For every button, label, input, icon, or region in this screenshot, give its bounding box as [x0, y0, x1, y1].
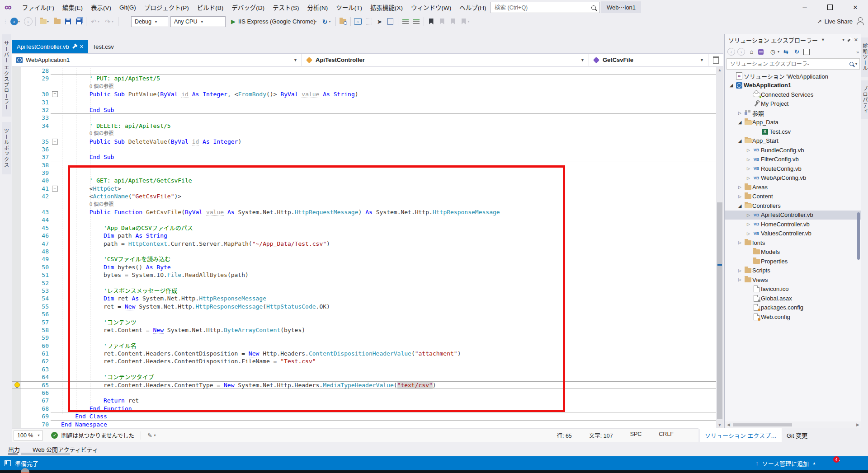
menu-item-11[interactable]: ウィンドウ(W) [407, 0, 455, 14]
code-line[interactable]: 54 Dim ret As System.Net.Http.HttpRespon… [12, 295, 716, 302]
indent-mode-indicator[interactable]: SPC [630, 431, 642, 440]
code-line[interactable]: 46 Dim path As String [12, 232, 716, 239]
pending-changes-filter-icon[interactable]: ◷ [769, 48, 777, 55]
scrollbar-thumb[interactable] [733, 423, 792, 426]
zoom-dropdown[interactable]: 100 %▾ [14, 431, 43, 440]
code-line[interactable]: 64 'コンテンツタイプ [12, 373, 716, 381]
expander-collapsed-icon[interactable]: ▷ [745, 148, 752, 152]
tree-item[interactable]: ▷Scripts [725, 266, 861, 276]
tree-item[interactable]: ▷VBApiTestController.vb [725, 211, 861, 220]
code-line[interactable]: 63 [12, 365, 716, 373]
code-line[interactable]: 38 [12, 161, 716, 169]
menu-item-7[interactable]: テスト(S) [269, 0, 303, 14]
increase-indent-button[interactable] [411, 16, 422, 27]
bottom-panel-tab[interactable]: 出力 [8, 445, 20, 454]
add-to-source-control-button[interactable]: ↑ ソース管理に追加 ▲ [755, 459, 816, 468]
solution-search-input[interactable] [729, 61, 848, 68]
tree-item[interactable]: My Project [725, 99, 861, 109]
tool-window-tab[interactable]: 診断ツール [861, 37, 868, 77]
expander-collapsed-icon[interactable]: ▷ [736, 277, 743, 282]
code-line[interactable]: 66 [12, 389, 716, 397]
block-selection-button[interactable] [385, 16, 396, 27]
tree-item[interactable]: ▷Areas [725, 183, 861, 192]
feedback-icon[interactable] [858, 17, 863, 22]
expander-collapsed-icon[interactable]: ▷ [745, 176, 752, 180]
save-all-button[interactable] [73, 16, 84, 27]
bottom-panel-tab[interactable]: Web 公開アクティビティ [33, 445, 98, 454]
code-line[interactable]: 59 [12, 334, 716, 342]
window-position-icon[interactable]: ▾ [842, 37, 844, 42]
search-options-dropdown[interactable]: ▾ [855, 62, 857, 66]
navigate-forward-button[interactable]: › [23, 16, 33, 27]
expander-collapsed-icon[interactable]: ▷ [736, 240, 743, 245]
panel-splitter[interactable] [724, 34, 725, 428]
browser-link-refresh-button[interactable]: ↻ [320, 16, 330, 27]
tree-item[interactable]: ▷fonts [725, 238, 861, 248]
project-dropdown[interactable]: WebApplication1▼ [12, 54, 302, 66]
code-line[interactable]: 67 Return ret [12, 397, 716, 404]
se-back-button[interactable]: ‹ [727, 48, 735, 56]
toolbar-grip[interactable]: ⋮ [3, 21, 7, 22]
collapse-toggle[interactable]: − [52, 186, 58, 192]
menu-item-5[interactable]: ビルド(B) [193, 0, 228, 14]
open-file-button[interactable] [52, 16, 62, 27]
code-line[interactable]: 34 ' DELETE: api/ApiTest/5 [12, 122, 716, 130]
caret-line-indicator[interactable]: 行: 65 [557, 431, 571, 440]
close-icon[interactable]: ✕ [80, 44, 84, 50]
tree-item[interactable]: ▷VBWebApiConfig.vb [725, 173, 861, 183]
codelens-row[interactable]: 0 個の参照 [12, 83, 716, 90]
pin-icon[interactable] [847, 38, 851, 42]
toggle-bookmark-button[interactable] [426, 16, 437, 27]
code-line[interactable]: 61 ret.Content.Headers.ContentDispositio… [12, 350, 716, 357]
code-line[interactable]: 42 <ActionName("GetCsvFile")> [12, 192, 716, 200]
tree-item[interactable]: ▷VBValuesController.vb [725, 229, 861, 239]
tree-item[interactable]: Connected Services [725, 90, 861, 99]
code-line[interactable]: 31 [12, 98, 716, 106]
expander-expanded-icon[interactable]: ◢ [736, 203, 743, 208]
menu-item-8[interactable]: 分析(N) [303, 0, 332, 14]
solution-platform-dropdown[interactable]: Any CPU▾ [170, 16, 226, 27]
document-tab[interactable]: Test.csv [88, 40, 118, 53]
tree-item[interactable]: Models [725, 248, 861, 257]
tree-item[interactable]: packages.config [725, 303, 861, 313]
health-status-text[interactable]: 問題は見つかりませんでした [61, 431, 134, 440]
close-icon[interactable]: ✕ [854, 37, 858, 43]
editor-vertical-scrollbar[interactable]: ▲ ▼ [716, 67, 723, 429]
solution-explorer-title-bar[interactable]: ソリューション エクスプローラー ▼ ▾ ✕ [725, 34, 861, 46]
code-line[interactable]: 37 End Sub [12, 153, 716, 161]
sync-with-active-document-icon[interactable]: ⇆ [782, 48, 790, 55]
code-line[interactable]: 28 [12, 67, 716, 75]
menu-item-6[interactable]: デバッグ(D) [227, 0, 269, 14]
menu-item-4[interactable]: プロジェクト(P) [140, 0, 193, 14]
tree-item[interactable]: XTest.csv [725, 127, 861, 136]
code-line[interactable]: 47 path = HttpContext.Current.Server.Map… [12, 240, 716, 248]
code-line[interactable]: 49 'CSVファイルを読み込む [12, 255, 716, 263]
tree-item[interactable]: ◢WebApplication1 [725, 81, 861, 90]
code-line[interactable]: 57 'コンテンツ [12, 318, 716, 326]
code-line[interactable]: 39 [12, 169, 716, 177]
solution-configuration-dropdown[interactable]: Debug▾ [131, 16, 168, 27]
code-line[interactable]: 52 [12, 279, 716, 287]
se-vertical-scrollbar[interactable] [857, 212, 860, 260]
chevron-down-icon[interactable]: ▼ [821, 37, 825, 42]
expander-expanded-icon[interactable]: ◢ [728, 83, 735, 88]
tool-window-tab[interactable]: プロパティ [861, 80, 868, 120]
expander-collapsed-icon[interactable]: ▷ [745, 157, 752, 162]
tree-item[interactable]: ◢App_Start [725, 136, 861, 146]
menu-item-10[interactable]: 拡張機能(X) [366, 0, 407, 14]
code-line[interactable]: 36 [12, 145, 716, 153]
expander-expanded-icon[interactable]: ◢ [736, 138, 743, 143]
formatting-dropdown[interactable]: ▾ [154, 433, 156, 437]
code-line[interactable]: 53 'レスポンスメッセージ作成 [12, 287, 716, 295]
codelens-row[interactable]: 0 個の参照 [12, 201, 716, 208]
code-line[interactable]: 33 [12, 114, 716, 122]
scroll-up-icon[interactable]: ▲ [716, 67, 723, 74]
type-dropdown[interactable]: ApiTestController▼ [302, 54, 589, 66]
code-line[interactable]: 60 'ファイル名 [12, 342, 716, 350]
collapse-toggle[interactable]: − [52, 91, 58, 97]
tree-item[interactable]: ▷Views [725, 275, 861, 285]
find-in-files-button[interactable] [338, 16, 349, 27]
code-line[interactable]: 48 [12, 248, 716, 255]
code-line[interactable]: 58 ret.Content = New System.Net.Http.Byt… [12, 326, 716, 334]
global-search-input[interactable] [494, 4, 591, 11]
